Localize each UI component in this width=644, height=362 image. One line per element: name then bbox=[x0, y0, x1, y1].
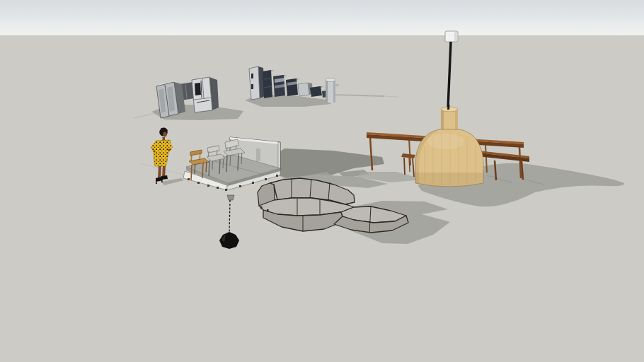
tall-fridge-handle bbox=[251, 84, 253, 89]
chair-leg bbox=[219, 158, 220, 174]
stool-leg[interactable] bbox=[409, 157, 410, 172]
stool-leg[interactable] bbox=[404, 158, 405, 175]
dishwasher-front[interactable] bbox=[298, 83, 309, 96]
tall-fridge-front[interactable] bbox=[249, 66, 260, 100]
chair-leg bbox=[209, 160, 209, 176]
fridge-right-front[interactable] bbox=[192, 77, 212, 112]
woman-hand bbox=[153, 150, 155, 152]
sofa-foot bbox=[260, 206, 263, 209]
oven-2-front[interactable] bbox=[286, 78, 298, 96]
dark-fridge-front[interactable] bbox=[263, 70, 272, 98]
chair-leg bbox=[238, 153, 238, 170]
woman-face[interactable] bbox=[163, 132, 167, 136]
lamp-mount-shade bbox=[454, 32, 457, 41]
heater-shade-right bbox=[333, 80, 335, 103]
sofa-foot bbox=[267, 209, 269, 212]
3d-viewport[interactable] bbox=[0, 0, 644, 362]
headboard-post bbox=[278, 142, 280, 170]
fridge-right-dispenser[interactable] bbox=[195, 83, 201, 95]
tall-fridge-handle bbox=[251, 74, 253, 78]
tall-fridge[interactable] bbox=[249, 66, 265, 100]
sky bbox=[0, 0, 644, 36]
headboard-reflection bbox=[256, 148, 260, 161]
woman-hand bbox=[168, 148, 170, 151]
pendant-canopy[interactable] bbox=[227, 195, 234, 200]
lamp-cord-entry bbox=[449, 105, 449, 110]
fridge-right[interactable] bbox=[192, 77, 219, 112]
low-unit-front[interactable] bbox=[310, 86, 322, 97]
chair-leg bbox=[191, 165, 192, 180]
heater-top bbox=[326, 78, 335, 82]
fridge-left-front[interactable] bbox=[156, 82, 178, 118]
scene-canvas bbox=[0, 0, 644, 362]
lamp-dome-lower-shade bbox=[415, 173, 483, 187]
lamp-dome-highlight bbox=[427, 134, 464, 149]
heater-shade-left bbox=[326, 80, 328, 103]
chair-leg bbox=[202, 163, 203, 178]
heater-bracket bbox=[335, 84, 339, 86]
chair-leg bbox=[226, 155, 227, 172]
fridge-left-tilted[interactable] bbox=[156, 81, 185, 118]
